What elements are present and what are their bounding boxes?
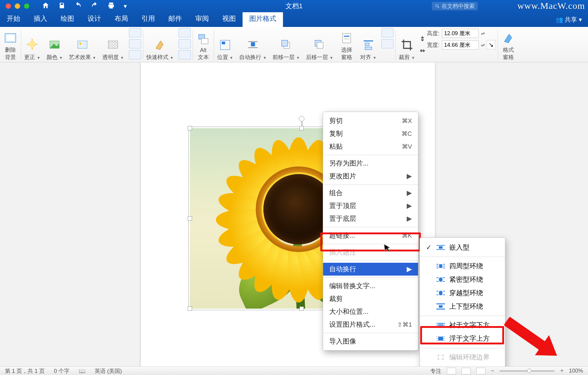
crop-button[interactable]: 裁剪 ▼ — [396, 27, 418, 62]
position-button[interactable]: 位置 ▼ — [214, 27, 236, 62]
align-button[interactable]: 对齐 ▼ — [357, 27, 379, 62]
size-dialog-launcher[interactable]: ↘ — [487, 40, 496, 49]
home-icon[interactable] — [42, 2, 50, 11]
svg-rect-3 — [6, 35, 14, 41]
width-stepper[interactable]: ▴▾ — [481, 43, 485, 47]
view-print-layout-button[interactable] — [447, 368, 456, 374]
width-input[interactable] — [442, 40, 479, 50]
view-web-layout-button[interactable] — [462, 368, 471, 374]
resize-handle-s[interactable] — [300, 306, 304, 311]
compress-pictures-button[interactable] — [129, 28, 141, 37]
wrap-square[interactable]: 四周型环绕 — [420, 259, 505, 273]
ctx-group[interactable]: 组合▶ — [323, 187, 418, 199]
height-stepper[interactable]: ▴▾ — [481, 31, 485, 35]
search-box[interactable]: 在文档中搜索 — [432, 2, 478, 10]
ctx-format-picture[interactable]: 设置图片格式...⇧⌘1 — [323, 318, 418, 331]
bring-forward-button[interactable]: 前移一层 ▼ — [270, 27, 303, 62]
reset-picture-button[interactable] — [129, 50, 141, 59]
ctx-change-picture[interactable]: 更改图片▶ — [323, 170, 418, 183]
resize-handle-sw[interactable] — [188, 306, 192, 311]
wrap-infront-label: 浮于文字上方 — [449, 334, 490, 343]
wrap-top-bottom[interactable]: 上下型环绕 — [420, 300, 505, 313]
tab-references[interactable]: 引用 — [135, 11, 162, 27]
send-backward-button[interactable]: 后移一层 ▼ — [303, 27, 336, 62]
alt-text-button[interactable]: Alt 文本 — [193, 27, 214, 62]
ctx-size-position[interactable]: 大小和位置... — [323, 305, 418, 318]
rotate-button[interactable] — [381, 39, 394, 48]
status-focus[interactable]: 专注 — [430, 367, 441, 375]
tab-mailings[interactable]: 邮件 — [162, 11, 189, 27]
ctx-crop[interactable]: 裁剪 — [323, 292, 418, 305]
tab-picture-format[interactable]: 图片格式 — [243, 11, 283, 27]
print-icon[interactable] — [107, 2, 115, 11]
customize-qat-icon[interactable]: ▾ — [124, 2, 127, 10]
artistic-effects-button[interactable]: 艺术效果 ▼ — [66, 27, 99, 62]
wrap-inline[interactable]: ✓ 嵌入型 — [420, 241, 505, 254]
status-spellcheck-icon[interactable]: 📖 — [79, 368, 85, 374]
picture-layout-button[interactable] — [179, 50, 191, 59]
transparency-button[interactable]: 透明度 ▼ — [99, 27, 127, 62]
wrap-in-front-of-text[interactable]: 浮于文字上方 — [420, 332, 505, 345]
ctx-wrap-text[interactable]: 自动换行▶ — [323, 263, 418, 276]
selection-pane-button[interactable]: 选择 窗格 — [336, 27, 357, 62]
save-icon[interactable] — [58, 2, 66, 11]
transparency-label: 透明度 — [102, 54, 119, 60]
rotate-handle[interactable] — [299, 116, 304, 121]
quick-styles-button[interactable]: 快速样式 ▼ — [143, 27, 177, 62]
picture-border-button[interactable] — [179, 28, 191, 37]
tab-insert[interactable]: 插入 — [27, 11, 54, 27]
resize-handle-w[interactable] — [188, 216, 192, 221]
color-button[interactable]: 颜色 ▼ — [43, 27, 66, 62]
group-button[interactable] — [381, 28, 394, 37]
view-outline-button[interactable] — [476, 368, 485, 374]
redo-icon[interactable] — [91, 2, 99, 11]
change-picture-button[interactable] — [129, 39, 141, 48]
resize-handle-nw[interactable] — [188, 126, 192, 130]
tab-design[interactable]: 设计 — [81, 11, 108, 27]
corrections-button[interactable]: 更正 ▼ — [21, 27, 43, 62]
tab-layout[interactable]: 布局 — [108, 11, 135, 27]
ctx-edit-alt-text[interactable]: 编辑替换文字... — [323, 280, 418, 292]
ctx-cut[interactable]: 剪切⌘X — [323, 114, 418, 127]
wrap-tight[interactable]: 紧密型环绕 — [420, 273, 505, 286]
status-page[interactable]: 第 1 页，共 1 页 — [5, 367, 45, 375]
ctx-bring-to-front[interactable]: 置于顶层▶ — [323, 199, 418, 212]
zoom-in-button[interactable]: + — [560, 368, 564, 374]
tab-draw[interactable]: 绘图 — [54, 11, 81, 27]
zoom-slider[interactable] — [499, 370, 555, 372]
wrap-through-icon — [436, 290, 445, 296]
format-pane-icon — [501, 31, 516, 46]
ctx-hyperlink[interactable]: 超链接...⌘K — [323, 229, 418, 242]
zoom-out-button[interactable]: − — [491, 368, 494, 374]
format-pane-button[interactable]: 格式 窗格 — [498, 27, 519, 62]
tab-view[interactable]: 视图 — [216, 11, 243, 27]
picture-effects-button[interactable] — [179, 39, 191, 48]
share-button[interactable]: 👥 共享 ▾ — [556, 16, 582, 27]
wrap-behind-text[interactable]: 衬于文字下方 — [420, 318, 505, 332]
svg-line-1 — [438, 7, 439, 8]
status-words[interactable]: 0 个字 — [54, 367, 70, 375]
wrap-through[interactable]: 穿越型环绕 — [420, 286, 505, 300]
zoom-value[interactable]: 100% — [569, 368, 583, 374]
ctx-send-to-back[interactable]: 置于底层▶ — [323, 212, 418, 225]
status-language[interactable]: 英语 (美国) — [95, 367, 122, 375]
tab-review[interactable]: 审阅 — [189, 11, 216, 27]
alt-text-label: Alt 文本 — [198, 47, 209, 61]
svg-point-4 — [29, 41, 36, 48]
tab-home[interactable]: 开始 — [0, 11, 27, 27]
ctx-paste[interactable]: 粘贴⌘V — [323, 140, 418, 153]
minimize-window-button[interactable] — [15, 3, 20, 9]
ctx-save-as-picture[interactable]: 另存为图片... — [323, 157, 418, 170]
ctx-import-image[interactable]: 导入图像 — [323, 335, 418, 348]
ctx-copy[interactable]: 复制⌘C — [323, 127, 418, 140]
remove-background-button[interactable]: 删除 背景 — [0, 27, 21, 62]
maximize-window-button[interactable] — [24, 3, 29, 9]
height-input[interactable] — [442, 29, 479, 38]
context-menu: 剪切⌘X 复制⌘C 粘贴⌘V 另存为图片... 更改图片▶ 组合▶ 置于顶层▶ … — [323, 112, 418, 351]
close-window-button[interactable] — [6, 3, 11, 9]
svg-point-65 — [438, 355, 439, 356]
wrap-text-ribbon-button[interactable]: 自动换行 ▼ — [236, 27, 270, 62]
bring-forward-label: 前移一层 — [273, 54, 295, 60]
undo-icon[interactable] — [74, 2, 82, 11]
resize-handle-n[interactable] — [300, 126, 304, 130]
